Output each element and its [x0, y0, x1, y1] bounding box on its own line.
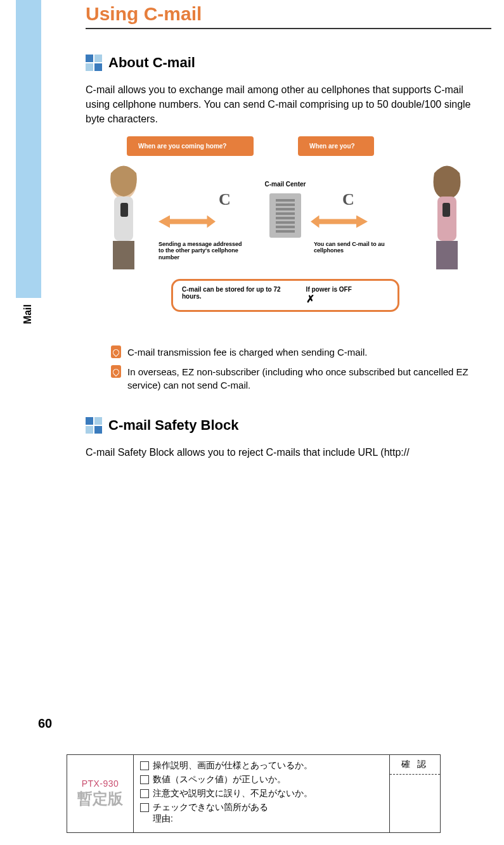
check-label: チェックできない箇所がある 理由:	[153, 802, 268, 825]
check-label: 数値（スペック値）が正しいか。	[153, 774, 286, 785]
side-tab	[16, 0, 41, 298]
speech-bubble-right: When are you?	[298, 136, 374, 156]
building-icon	[269, 193, 301, 238]
safety-body: C-mail Safety Block allows you to reject…	[86, 445, 485, 460]
checkbox-icon[interactable]	[140, 789, 149, 798]
speech-bubble-left: When are you coming home?	[127, 136, 254, 156]
check-row: 数値（スペック値）が正しいか。	[140, 774, 383, 785]
c-logo-left-icon: C	[219, 190, 231, 209]
pointer-icon	[111, 345, 121, 358]
page-content: Using C-mail About C-mail C-mail allows …	[86, 3, 485, 469]
note-row: C-mail transmission fee is charged when …	[111, 345, 479, 359]
about-body: C-mail allows you to exchange mail among…	[86, 82, 485, 127]
check-label: 操作説明、画面が仕様とあっているか。	[153, 760, 313, 771]
woman-left-illustration	[95, 162, 152, 276]
checkbox-icon[interactable]	[140, 775, 149, 784]
checkbox-icon[interactable]	[140, 803, 149, 812]
note-text: In overseas, EZ non-subscriber (includin…	[127, 365, 479, 392]
info-x-icon: ✗	[306, 293, 314, 304]
arrow-right-icon	[311, 216, 368, 228]
review-right: 確 認	[389, 755, 440, 832]
svg-rect-3	[120, 203, 128, 217]
notes-block: C-mail transmission fee is charged when …	[111, 345, 479, 392]
bullet-icon	[86, 55, 102, 71]
confirm-label: 確 認	[390, 755, 440, 775]
diagram-note-right: You can send C-mail to au cellphones	[314, 241, 396, 255]
model-code: PTX-930	[82, 778, 119, 789]
c-logo-right-icon: C	[342, 190, 354, 209]
svg-rect-6	[436, 241, 458, 269]
note-row: In overseas, EZ non-subscriber (includin…	[111, 365, 479, 392]
check-row: 操作説明、画面が仕様とあっているか。	[140, 760, 383, 771]
note-text: C-mail transmission fee is charged when …	[127, 345, 368, 359]
subheading-about: About C-mail	[86, 55, 485, 71]
info-left: C-mail can be stored for up to 72 hours.	[182, 286, 295, 305]
svg-rect-7	[443, 203, 450, 217]
check-label: 注意文や説明文に誤り、不足がないか。	[153, 788, 313, 799]
page-title: Using C-mail	[86, 3, 485, 25]
diagram-info-box: C-mail can be stored for up to 72 hours.…	[171, 279, 399, 312]
checkbox-icon[interactable]	[140, 761, 149, 770]
bullet-icon	[86, 417, 102, 434]
check-row: 注意文や説明文に誤り、不足がないか。	[140, 788, 383, 799]
review-box: PTX-930 暫定版 操作説明、画面が仕様とあっているか。 数値（スペック値）…	[67, 754, 441, 833]
page-number: 60	[38, 716, 52, 731]
subheading-text: C-mail Safety Block	[108, 417, 238, 434]
side-label: Mail	[22, 304, 34, 324]
review-checklist: 操作説明、画面が仕様とあっているか。 数値（スペック値）が正しいか。 注意文や説…	[134, 755, 389, 832]
arrow-left-icon	[158, 216, 216, 228]
svg-rect-2	[113, 241, 134, 269]
pointer-icon	[111, 365, 121, 378]
subheading-text: About C-mail	[108, 55, 195, 71]
diagram-note-left: Sending a message addressed to the other…	[158, 241, 247, 261]
title-underline	[86, 28, 491, 29]
info-right-text: If power is OFF	[306, 286, 352, 293]
review-left: PTX-930 暫定版	[67, 755, 134, 832]
info-right: If power is OFF ✗	[306, 286, 389, 305]
center-label: C-mail Center	[264, 181, 306, 188]
check-row: チェックできない箇所がある 理由:	[140, 802, 383, 825]
subheading-safety: C-mail Safety Block	[86, 417, 485, 434]
cmail-diagram: When are you coming home? When are you? …	[95, 136, 475, 339]
provisional-label: 暫定版	[77, 789, 123, 809]
woman-right-illustration	[418, 162, 475, 276]
